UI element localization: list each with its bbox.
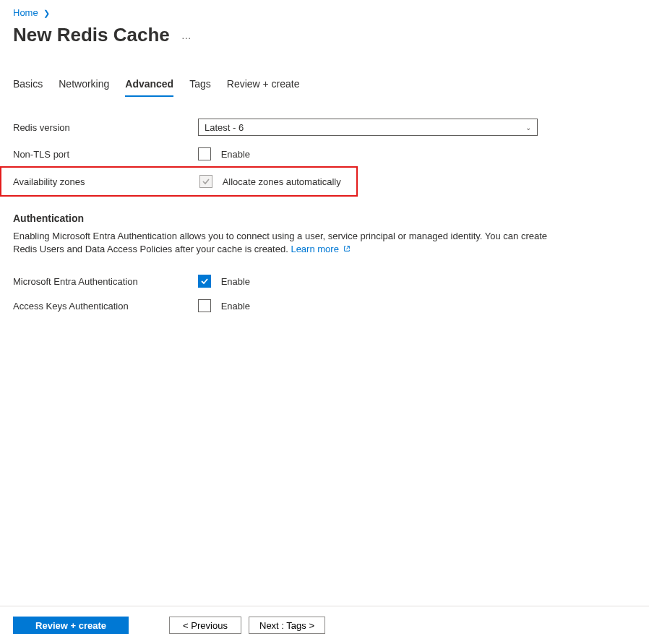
learn-more-text: Learn more — [291, 244, 338, 254]
review-create-button[interactable]: Review + create — [13, 617, 129, 634]
tab-tags[interactable]: Tags — [189, 78, 211, 97]
external-link-icon — [343, 245, 351, 252]
chevron-down-icon: ⌄ — [525, 124, 531, 132]
more-actions-icon[interactable]: … — [181, 30, 193, 41]
breadcrumb-home-link[interactable]: Home — [13, 7, 38, 18]
row-access-keys-auth: Access Keys Authentication Enable — [13, 293, 636, 318]
row-entra-auth: Microsoft Entra Authentication Enable — [13, 269, 636, 293]
footer: Review + create < Previous Next : Tags > — [0, 606, 649, 644]
footer-nav-buttons: < Previous Next : Tags > — [169, 617, 325, 634]
checkmark-icon — [202, 177, 210, 186]
main-content: Basics Networking Advanced Tags Review +… — [0, 53, 649, 318]
label-non-tls-port: Non-TLS port — [13, 149, 198, 160]
tab-basics[interactable]: Basics — [13, 78, 43, 97]
previous-button[interactable]: < Previous — [169, 617, 241, 634]
breadcrumb: Home ❯ — [0, 0, 649, 20]
non-tls-enable-label: Enable — [221, 149, 250, 160]
label-entra-auth: Microsoft Entra Authentication — [13, 276, 198, 287]
label-redis-version: Redis version — [13, 122, 198, 133]
redis-version-value: Latest - 6 — [205, 122, 244, 133]
next-button[interactable]: Next : Tags > — [249, 617, 325, 634]
non-tls-enable-checkbox[interactable] — [198, 147, 211, 160]
checkmark-icon — [200, 277, 209, 285]
row-non-tls-port: Non-TLS port Enable — [13, 142, 636, 166]
redis-version-select[interactable]: Latest - 6 ⌄ — [198, 119, 538, 136]
chevron-right-icon: ❯ — [43, 9, 50, 17]
tab-networking[interactable]: Networking — [59, 78, 109, 97]
page-title: New Redis Cache — [13, 24, 170, 46]
access-keys-enable-checkbox[interactable] — [198, 299, 211, 312]
tab-review-create[interactable]: Review + create — [227, 78, 300, 97]
section-authentication-description: Enabling Microsoft Entra Authentication … — [13, 230, 548, 256]
auth-desc-text: Enabling Microsoft Entra Authentication … — [13, 231, 547, 254]
section-authentication-header: Authentication — [13, 212, 636, 224]
entra-auth-enable-label: Enable — [221, 276, 250, 287]
availability-zones-checkbox-label: Allocate zones automatically — [223, 176, 341, 187]
row-redis-version: Redis version Latest - 6 ⌄ — [13, 113, 636, 142]
access-keys-enable-label: Enable — [221, 301, 250, 312]
entra-auth-enable-checkbox[interactable] — [198, 275, 211, 288]
row-availability-zones-highlighted: Availability zones Allocate zones automa… — [0, 166, 358, 197]
label-availability-zones: Availability zones — [13, 176, 199, 187]
availability-zones-checkbox — [199, 175, 212, 188]
tab-advanced[interactable]: Advanced — [125, 78, 173, 97]
learn-more-link[interactable]: Learn more — [291, 244, 350, 254]
title-row: New Redis Cache … — [0, 20, 649, 53]
tabs: Basics Networking Advanced Tags Review +… — [13, 78, 636, 97]
label-access-keys-auth: Access Keys Authentication — [13, 301, 198, 312]
